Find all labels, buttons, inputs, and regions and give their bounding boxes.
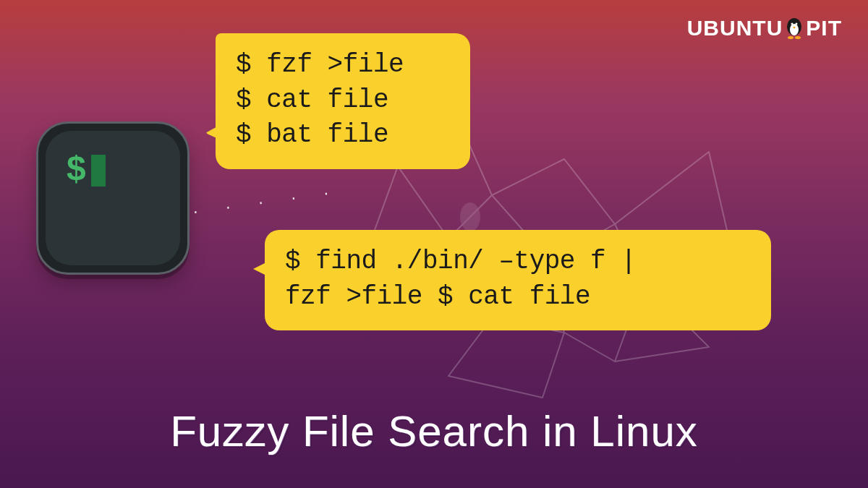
- command-line: $ cat file: [236, 83, 450, 119]
- ubuntupit-logo: UBUNTU PIT: [687, 16, 842, 40]
- prompt-symbol: $: [66, 151, 87, 190]
- page-title: Fuzzy File Search in Linux: [0, 406, 868, 456]
- command-line: $ find ./bin/ –type f |: [285, 244, 751, 280]
- connector-dots: · · · · ·: [191, 185, 340, 220]
- command-line: $ bat file: [236, 118, 450, 153]
- terminal-icon: $: [36, 121, 190, 275]
- svg-point-6: [795, 36, 801, 39]
- logo-text-part1: UBUNTU: [687, 16, 783, 40]
- svg-point-2: [790, 24, 799, 35]
- logo-text-part2: PIT: [806, 16, 842, 40]
- command-bubble-bottom: $ find ./bin/ –type f | fzf >file $ cat …: [265, 230, 771, 330]
- command-line: $ fzf >file: [236, 48, 450, 83]
- command-bubble-top: $ fzf >file $ cat file $ bat file: [216, 33, 470, 169]
- svg-point-4: [796, 23, 798, 25]
- command-line: fzf >file $ cat file: [285, 280, 751, 315]
- terminal-prompt: $: [66, 151, 106, 190]
- svg-point-5: [788, 36, 793, 39]
- terminal-screen: $: [46, 131, 180, 265]
- svg-point-3: [791, 23, 793, 25]
- terminal-cursor-icon: [91, 155, 106, 187]
- penguin-icon: [784, 17, 804, 39]
- svg-point-0: [460, 202, 480, 231]
